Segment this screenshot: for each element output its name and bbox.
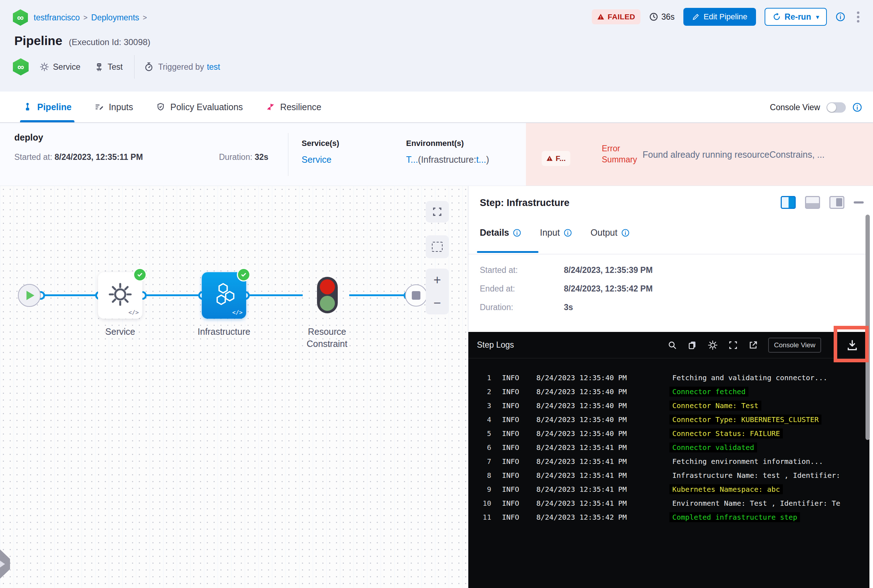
- divider: [468, 254, 873, 254]
- breadcrumb-deployments-link[interactable]: Deployments: [91, 13, 139, 22]
- stage-started-at: Started at: 8/24/2023, 12:35:11 PM: [14, 152, 143, 162]
- log-toolbar: Console View: [667, 338, 865, 352]
- service-link[interactable]: Service: [302, 154, 331, 165]
- error-status-badge: F...: [542, 151, 570, 166]
- error-summary-message: Found already running resourceConstrains…: [643, 150, 873, 160]
- step-panel-tabs: Details Input Output: [480, 228, 630, 238]
- infrastructure-link[interactable]: t...: [476, 154, 486, 165]
- resilience-icon: [266, 102, 275, 112]
- environment-link[interactable]: T...: [406, 154, 418, 165]
- bottom-panel-layout-icon[interactable]: [805, 196, 820, 209]
- console-view-button[interactable]: Console View: [768, 338, 821, 352]
- shield-check-icon: [156, 102, 165, 112]
- main-content: </> </> Service Infrastructure Resource …: [0, 186, 873, 588]
- breadcrumb-separator: >: [83, 14, 88, 22]
- right-panel-layout-icon[interactable]: [781, 196, 796, 209]
- stopwatch-icon: [144, 62, 154, 72]
- expand-nav-button[interactable]: [0, 546, 10, 582]
- tab-inputs[interactable]: Inputs: [93, 92, 135, 122]
- pipeline-graph-canvas[interactable]: </> </> Service Infrastructure Resource …: [0, 186, 468, 588]
- canvas-fullscreen-button[interactable]: [426, 201, 449, 222]
- graph-edge: [143, 294, 203, 296]
- status-badge: FAILED: [592, 9, 640, 24]
- tab-details[interactable]: Details: [480, 228, 521, 238]
- floating-panel-layout-icon[interactable]: [829, 196, 844, 209]
- infrastructure-step-node[interactable]: </>: [202, 272, 246, 319]
- step-logs-header: Step Logs: [468, 332, 873, 358]
- test-meta-label: Test: [108, 62, 123, 72]
- warning-triangle-icon: [546, 155, 553, 162]
- step-logs-title: Step Logs: [477, 340, 514, 350]
- info-icon: [621, 228, 630, 237]
- field-duration: Duration:3s: [480, 303, 653, 312]
- graph-edge: [349, 294, 408, 296]
- open-in-new-window-icon[interactable]: [748, 340, 758, 350]
- zoom-in-button[interactable]: +: [426, 268, 449, 291]
- tab-input[interactable]: Input: [540, 228, 572, 238]
- caret-down-icon: ▾: [816, 14, 819, 20]
- info-icon[interactable]: [852, 102, 862, 112]
- log-line: 8 INFO 8/24/2023 12:35:41 PM Infrastruct…: [468, 468, 873, 482]
- total-duration: 36s: [649, 12, 675, 22]
- stop-icon: [412, 291, 421, 300]
- minimize-panel-icon[interactable]: [854, 201, 864, 204]
- graph-edge: [41, 294, 99, 296]
- triggered-by-user-link[interactable]: test: [207, 62, 220, 72]
- log-settings-gear-icon[interactable]: [707, 340, 718, 351]
- more-options-menu[interactable]: [854, 10, 862, 24]
- console-view-toggle[interactable]: [826, 102, 846, 112]
- page-header: ∞ testfrancisco > Deployments > FAILED 3…: [0, 0, 873, 92]
- divider: [134, 55, 135, 79]
- end-node[interactable]: [405, 284, 427, 306]
- log-line: 7 INFO 8/24/2023 12:35:41 PM Fetching en…: [468, 454, 873, 468]
- fullscreen-icon: [432, 206, 443, 217]
- info-icon[interactable]: [835, 12, 846, 22]
- refresh-icon: [772, 12, 781, 21]
- green-light-icon: [320, 296, 335, 311]
- error-summary-panel: F... Error Summary Found already running…: [526, 123, 873, 186]
- harness-logo-icon: ∞: [13, 58, 29, 75]
- rerun-button[interactable]: Re-run ▾: [765, 8, 827, 26]
- harness-logo-icon: ∞: [13, 9, 28, 26]
- main-tabbar: Pipeline Inputs Policy Evaluations Resil…: [0, 92, 873, 123]
- success-check-icon: [133, 268, 147, 282]
- log-line: 1 INFO 8/24/2023 12:35:40 PM Fetching an…: [468, 370, 873, 384]
- search-icon[interactable]: [667, 340, 677, 350]
- clock-icon: [649, 12, 658, 21]
- services-column: Service(s) Service: [302, 139, 339, 165]
- stage-name: deploy: [14, 132, 43, 143]
- zoom-out-button[interactable]: −: [426, 291, 449, 314]
- canvas-select-button[interactable]: [426, 236, 449, 258]
- console-view-area: Console View: [770, 92, 862, 123]
- title-row: Pipeline (Execution Id: 30098): [14, 34, 150, 48]
- environments-column: Environment(s) T...(Infrastructure:t...): [406, 139, 489, 165]
- resource-constraint-node[interactable]: [317, 277, 338, 314]
- tab-resilience[interactable]: Resilience: [264, 92, 323, 122]
- step-detail-fields: Started at:8/24/2023, 12:35:39 PM Ended …: [480, 266, 653, 321]
- download-logs-icon[interactable]: [846, 338, 859, 353]
- tab-output[interactable]: Output: [591, 228, 630, 238]
- chevron-right-icon: [0, 560, 5, 568]
- start-node[interactable]: [18, 284, 41, 307]
- gear-icon: [39, 62, 50, 72]
- service-step-node[interactable]: </>: [98, 272, 143, 319]
- services-header: Service(s): [302, 139, 339, 148]
- pipeline-execution-screen: ∞ testfrancisco > Deployments > FAILED 3…: [0, 0, 873, 588]
- pipeline-icon: [23, 102, 32, 112]
- breadcrumb-separator: >: [143, 14, 147, 22]
- step-details-panel: Step: Infrastructure Details Input Outpu…: [468, 186, 873, 588]
- expand-logs-icon[interactable]: [728, 340, 738, 350]
- page-title: Pipeline: [14, 34, 62, 48]
- tab-policy-evaluations[interactable]: Policy Evaluations: [155, 92, 244, 122]
- log-line: 4 INFO 8/24/2023 12:35:40 PM Connector T…: [468, 412, 873, 426]
- log-line: 6 INFO 8/24/2023 12:35:41 PM Connector v…: [468, 440, 873, 454]
- edit-pipeline-button[interactable]: Edit Pipeline: [684, 8, 756, 26]
- scrollbar-thumb[interactable]: [865, 214, 870, 440]
- infrastructure-node-label: Infrastructure: [193, 326, 255, 338]
- tab-pipeline[interactable]: Pipeline: [21, 92, 73, 122]
- inputs-icon: [95, 102, 104, 112]
- breadcrumb-project-link[interactable]: testfrancisco: [34, 13, 80, 22]
- copy-icon[interactable]: [687, 340, 697, 350]
- scrollbar-track: [869, 186, 873, 588]
- active-tab-underline: [477, 251, 538, 253]
